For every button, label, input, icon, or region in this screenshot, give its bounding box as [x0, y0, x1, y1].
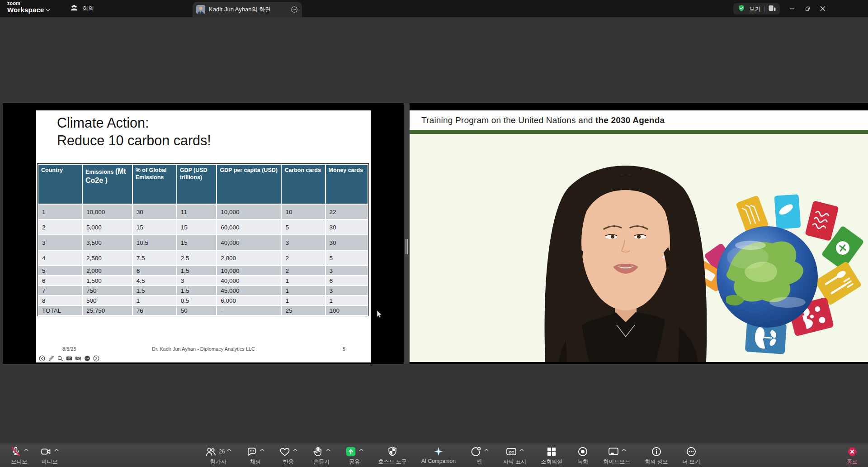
table-cell: 3,500 — [83, 235, 132, 250]
tab-more-icon[interactable] — [290, 5, 298, 14]
chevron-up-icon[interactable] — [519, 448, 524, 452]
chevron-up-icon[interactable] — [24, 448, 28, 452]
chevron-down-icon[interactable] — [45, 5, 51, 14]
toolbar-label: 녹화 — [577, 458, 588, 466]
slide-page-number: 5 — [343, 346, 345, 352]
carbon-table-wrap: CountryEmissions (Mt Co2e )% of Global E… — [37, 163, 369, 316]
window-close-button[interactable] — [815, 0, 830, 17]
toolbar-apps[interactable]: 앱 — [468, 443, 491, 467]
table-cell: 2,000 — [83, 266, 132, 275]
chevron-up-icon[interactable] — [622, 448, 626, 452]
table-cell: 6 — [326, 276, 368, 285]
toolbar-record[interactable]: 녹화 — [575, 443, 590, 467]
table-cell: 25 — [282, 306, 325, 315]
table-cell: 60,000 — [217, 220, 281, 234]
speaker-portrait — [545, 166, 707, 362]
table-header-cell: Carbon cards — [282, 165, 325, 204]
table-cell: 1.5 — [133, 286, 176, 295]
table-cell: 11 — [177, 205, 217, 219]
table-cell: 2 — [38, 220, 82, 234]
toolbar-share[interactable]: 공유 — [343, 443, 365, 467]
toolbar-audio[interactable]: 오디오 — [8, 443, 30, 467]
table-cell: 10,000 — [217, 266, 281, 275]
table-cell: 40,000 — [217, 276, 281, 285]
table-cell: 7 — [38, 286, 82, 295]
chevron-up-icon[interactable] — [54, 448, 59, 452]
meeting-people-icon — [70, 4, 79, 14]
tab-shared-screen[interactable]: Kadir Jun Ayhan의 화면 — [193, 2, 302, 17]
table-row: 33,50010.51540,000330 — [38, 235, 368, 250]
nav-meeting-label: 회의 — [82, 5, 94, 13]
table-cell: 10.5 — [133, 235, 176, 250]
table-row: TOTAL25,7507650-25100 — [38, 306, 368, 315]
toolbar-ai-companion[interactable]: AI Companion — [420, 443, 458, 467]
table-cell: 10 — [282, 205, 325, 219]
toolbar-label: 참가자 — [210, 458, 226, 466]
mini-more-icon — [84, 355, 91, 362]
toolbar-breakout-rooms[interactable]: 소회의실 — [539, 443, 564, 467]
divider — [764, 6, 765, 12]
table-header-cell: GDP per capita (USD) — [217, 165, 281, 204]
table-cell: 40,000 — [217, 235, 281, 250]
layout-view-icon[interactable] — [769, 5, 776, 13]
table-cell: 750 — [83, 286, 132, 295]
captions-icon: CC — [505, 446, 517, 457]
toolbar-chat[interactable]: 채팅 — [244, 443, 266, 467]
speaker-video-panel: Training Program on the United Nations a… — [410, 103, 868, 364]
table-cell: 15 — [177, 235, 217, 250]
table-cell: 3 — [38, 235, 82, 250]
chevron-up-icon[interactable] — [326, 448, 330, 452]
avatar — [196, 5, 205, 14]
window-minimize-button[interactable] — [784, 0, 800, 17]
table-header-cell: Money cards — [326, 165, 368, 204]
toolbar-center-group: 26참가자채팅반응손들기공유호스트 도구AI Companion앱CC자막 표시… — [203, 443, 702, 467]
table-row: 77501.51.545,00013 — [38, 286, 368, 295]
table-cell: 500 — [83, 296, 132, 305]
panes-resize-handle[interactable] — [404, 103, 410, 364]
window-controls — [784, 0, 830, 17]
breakout-icon — [546, 446, 557, 457]
toolbar-label: 앱 — [476, 458, 482, 466]
toolbar-more[interactable]: 더 보기 — [681, 443, 702, 467]
toolbar-captions[interactable]: CC자막 표시 — [501, 443, 528, 467]
toolbar-host-tools[interactable]: 호스트 도구 — [376, 443, 408, 467]
toolbar-meeting-info[interactable]: 회의 정보 — [643, 443, 670, 467]
chevron-up-icon[interactable] — [293, 448, 297, 452]
toolbar-label: AI Companion — [421, 458, 456, 464]
earth-globe — [717, 226, 818, 328]
view-button[interactable]: 보기 — [749, 5, 761, 13]
table-cell: 1 — [133, 296, 176, 305]
toolbar-label: 공유 — [349, 458, 360, 466]
table-cell: 22 — [326, 205, 368, 219]
chevron-up-icon[interactable] — [484, 448, 489, 452]
table-cell: TOTAL — [38, 306, 82, 315]
toolbar-video[interactable]: 비디오 — [38, 443, 61, 467]
video-title-bold: the 2030 Agenda — [595, 115, 665, 125]
toolbar-right-group: 종료 — [844, 443, 860, 467]
toolbar-label: 소회의실 — [541, 458, 562, 466]
presentation-slide: Climate Action: Reduce 10 carbon cards! … — [36, 110, 371, 362]
table-header-cell: Country — [38, 165, 82, 204]
shield-icon — [387, 446, 398, 457]
table-cell: 30 — [133, 205, 176, 219]
table-row: 42,5007.52.52,00025 — [38, 251, 368, 265]
security-view-control[interactable]: 보기 — [733, 3, 780, 14]
nav-meeting[interactable]: 회의 — [66, 0, 98, 17]
chevron-up-icon[interactable] — [260, 448, 264, 452]
chevron-up-icon[interactable] — [227, 448, 231, 452]
tab-title: Kadir Jun Ayhan의 화면 — [209, 5, 287, 14]
table-cell: 7.5 — [133, 251, 176, 265]
table-cell: 3 — [326, 286, 368, 295]
chevron-up-icon[interactable] — [359, 448, 363, 452]
toolbar-whiteboard[interactable]: 화이트보드 — [601, 443, 632, 467]
window-restore-button[interactable] — [800, 0, 815, 17]
table-cell: 1.5 — [177, 286, 217, 295]
table-header-cell: GDP (USD trillions) — [177, 165, 217, 204]
table-header-cell: % of Global Emissions — [133, 165, 176, 204]
toolbar-raise-hand[interactable]: 손들기 — [310, 443, 332, 467]
toolbar-participants[interactable]: 26참가자 — [203, 443, 233, 467]
toolbar-reactions[interactable]: 반응 — [277, 443, 299, 467]
slide-table-header-row: CountryEmissions (Mt Co2e )% of Global E… — [38, 165, 368, 204]
toolbar-end-meeting[interactable]: 종료 — [844, 443, 860, 467]
brand-zoom: zoom — [7, 1, 44, 6]
